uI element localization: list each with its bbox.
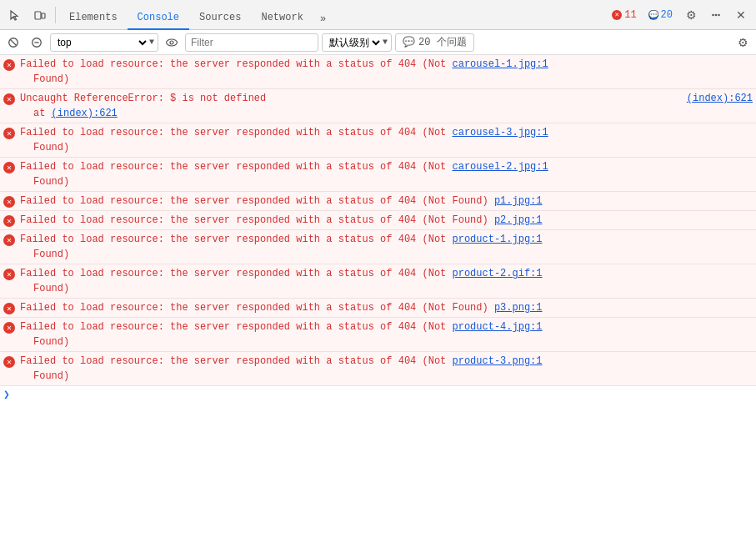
error-message: Failed to load resource: the server resp…: [20, 232, 753, 262]
error-source-link[interactable]: product-1.jpg:1: [452, 234, 542, 245]
issues-label: 20 个问题: [418, 35, 467, 49]
devtools-toolbar: Elements Console Sources Network » ✕ 11 …: [0, 0, 756, 30]
log-level-select[interactable]: 默认级别: [326, 36, 383, 49]
error-message: Failed to load resource: the server resp…: [20, 354, 753, 384]
context-selector[interactable]: top ▼: [50, 33, 158, 52]
tab-sources[interactable]: Sources: [189, 7, 251, 30]
prompt-icon: ❯: [3, 388, 10, 401]
error-icon: ✕: [3, 234, 15, 246]
error-source-link[interactable]: (index):621: [687, 91, 753, 106]
eye-icon[interactable]: [162, 33, 182, 53]
error-source-link[interactable]: p1.jpg:1: [494, 195, 543, 207]
error-message: Failed to load resource: the server resp…: [20, 300, 753, 315]
error-count-badge[interactable]: ✕ 11: [607, 8, 641, 23]
error-icon: ✕: [3, 59, 15, 71]
error-source-link[interactable]: carousel-2.jpg:1: [452, 161, 548, 173]
device-toggle-icon[interactable]: [28, 3, 52, 27]
error-source-link[interactable]: carousel-1.jpg:1: [452, 58, 548, 70]
warn-count-label: 20: [661, 9, 673, 21]
console-error-row: ✕ Failed to load resource: the server re…: [0, 192, 756, 211]
tab-network[interactable]: Network: [251, 7, 313, 30]
error-source-link[interactable]: product-4.jpg:1: [452, 321, 542, 333]
tab-elements[interactable]: Elements: [59, 7, 128, 30]
error-message: Failed to load resource: the server resp…: [20, 194, 753, 209]
error-icon: ✕: [3, 215, 15, 227]
stop-icon[interactable]: [27, 33, 47, 53]
svg-line-6: [11, 39, 17, 45]
error-dot: ✕: [612, 10, 622, 20]
cursor-icon[interactable]: [3, 3, 27, 27]
error-icon: ✕: [3, 162, 15, 173]
svg-point-3: [715, 13, 718, 16]
svg-point-2: [712, 13, 714, 16]
error-at-link[interactable]: (index):621: [52, 108, 118, 119]
console-error-row: ✕ Failed to load resource: the server re…: [0, 264, 756, 299]
console-error-row: ✕ Failed to load resource: the server re…: [0, 299, 756, 318]
error-icon: ✕: [3, 322, 15, 334]
error-message: Failed to load resource: the server resp…: [20, 213, 753, 228]
tab-more-button[interactable]: »: [313, 8, 333, 30]
error-message: Failed to load resource: the server resp…: [20, 159, 753, 189]
error-message: Failed to load resource: the server resp…: [20, 266, 753, 296]
error-source-link[interactable]: carousel-3.jpg:1: [452, 127, 548, 138]
svg-point-10: [170, 41, 173, 44]
error-message: Failed to load resource: the server resp…: [20, 57, 753, 87]
error-message: Failed to load resource: the server resp…: [20, 319, 753, 349]
svg-point-4: [718, 13, 720, 16]
console-output: ✕ Failed to load resource: the server re…: [0, 55, 756, 516]
error-icon: ✕: [3, 356, 15, 368]
error-source-link[interactable]: p3.png:1: [494, 302, 543, 314]
svg-rect-1: [42, 13, 45, 18]
console-error-row: ✕ Failed to load resource: the server re…: [0, 158, 756, 192]
console-error-row: ✕ Uncaught ReferenceError: $ is not defi…: [0, 89, 756, 123]
context-select[interactable]: top: [54, 36, 149, 49]
console-error-row: ✕ Failed to load resource: the server re…: [0, 352, 756, 386]
issues-badge[interactable]: 💬 20 个问题: [395, 33, 474, 52]
console-error-row: ✕ Failed to load resource: the server re…: [0, 318, 756, 352]
error-source-link[interactable]: product-3.png:1: [452, 355, 542, 367]
console-prompt-row[interactable]: ❯: [0, 386, 756, 403]
svg-rect-0: [35, 12, 41, 19]
error-icon: ✕: [3, 303, 15, 314]
error-icon: ✕: [3, 93, 15, 105]
console-error-row: ✕ Failed to load resource: the server re…: [0, 123, 756, 158]
error-icon: ✕: [3, 269, 15, 280]
console-settings-button[interactable]: ⚙: [733, 33, 753, 53]
gear-icon[interactable]: ⚙: [679, 3, 703, 27]
tab-console[interactable]: Console: [128, 7, 189, 30]
issues-icon: 💬: [403, 36, 415, 48]
error-source-link[interactable]: p2.jpg:1: [494, 214, 543, 226]
error-count-label: 11: [624, 9, 636, 21]
warn-dot: 💬: [648, 10, 658, 20]
console-input[interactable]: [15, 388, 753, 400]
error-icon: ✕: [3, 128, 15, 139]
error-message: Uncaught ReferenceError: $ is not define…: [20, 91, 753, 121]
customize-icon[interactable]: [704, 3, 728, 27]
error-message: Failed to load resource: the server resp…: [20, 125, 753, 155]
log-level-selector[interactable]: 默认级别 ▼: [322, 33, 392, 52]
toolbar-divider: [55, 7, 56, 23]
error-icon: ✕: [3, 196, 15, 208]
error-source-link[interactable]: product-2.gif:1: [452, 268, 542, 279]
console-toolbar: top ▼ 默认级别 ▼ 💬 20 个问题 ⚙: [0, 30, 756, 55]
close-icon[interactable]: ✕: [729, 3, 753, 27]
filter-input[interactable]: [185, 33, 318, 52]
warn-count-badge[interactable]: 💬 20: [643, 8, 678, 23]
console-error-row: ✕ Failed to load resource: the server re…: [0, 211, 756, 230]
console-error-row: ✕ Failed to load resource: the server re…: [0, 230, 756, 264]
svg-point-9: [167, 39, 178, 46]
console-error-row: ✕ Failed to load resource: the server re…: [0, 55, 756, 89]
clear-console-button[interactable]: [3, 33, 23, 53]
